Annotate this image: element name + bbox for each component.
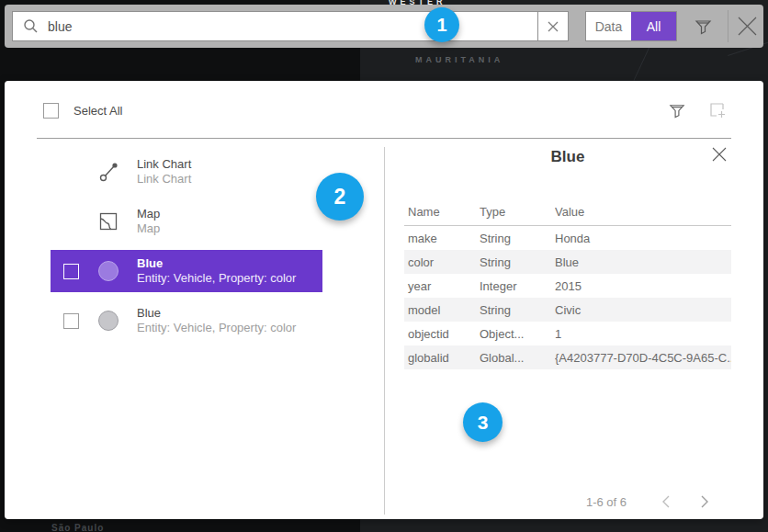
cell-type: Global... bbox=[480, 351, 555, 365]
data-all-toggle: Data All bbox=[585, 11, 677, 41]
cell-name: year bbox=[404, 279, 480, 293]
map-icon bbox=[98, 211, 137, 232]
search-input[interactable] bbox=[39, 12, 537, 40]
map-label-sao-paulo: São Paulo bbox=[51, 523, 104, 532]
funnel-icon bbox=[694, 17, 713, 36]
table-header-row: Name Type Value bbox=[404, 198, 731, 226]
cell-type: String bbox=[480, 232, 555, 245]
close-icon bbox=[711, 146, 729, 163]
results-panel: Select All Link Chart Link Chart bbox=[5, 81, 763, 519]
search-icon bbox=[23, 18, 39, 34]
close-small-icon bbox=[548, 21, 559, 32]
detail-close-button[interactable] bbox=[711, 146, 729, 164]
search-box[interactable] bbox=[12, 11, 538, 41]
callout-badge-2: 2 bbox=[316, 173, 364, 221]
column-header-value: Value bbox=[555, 205, 731, 219]
cell-value: {A4203777-D70D-4C5C-9A65-C... bbox=[555, 351, 731, 365]
close-search-button[interactable] bbox=[736, 15, 759, 38]
result-subtitle: Entity: Vehicle, Property: color bbox=[137, 321, 296, 335]
entity-circle-icon bbox=[98, 261, 119, 281]
panel-vertical-divider bbox=[384, 147, 385, 515]
map-label-mauritania: MAURITANIA bbox=[415, 55, 503, 64]
detail-panel: Blue Name Type Value make String Honda c… bbox=[404, 145, 731, 369]
funnel-icon bbox=[668, 101, 686, 119]
attributes-table: Name Type Value make String Honda color … bbox=[404, 198, 731, 369]
next-page-button[interactable] bbox=[693, 490, 717, 514]
table-row[interactable]: globalid Global... {A4203777-D70D-4C5C-9… bbox=[404, 345, 731, 369]
cell-value: Blue bbox=[555, 255, 731, 269]
select-all-checkbox[interactable] bbox=[43, 103, 59, 119]
result-subtitle: Link Chart bbox=[137, 172, 191, 187]
cell-name: make bbox=[404, 232, 480, 245]
cell-type: String bbox=[480, 255, 555, 269]
cell-value: Civic bbox=[555, 303, 731, 317]
prev-page-button[interactable] bbox=[654, 490, 678, 514]
result-subtitle: Entity: Vehicle, Property: color bbox=[137, 271, 296, 286]
table-row[interactable]: year Integer 2015 bbox=[404, 274, 731, 298]
cell-name: globalid bbox=[404, 351, 480, 365]
cell-name: color bbox=[404, 255, 480, 269]
select-all-control: Select All bbox=[43, 103, 122, 119]
chevron-left-icon bbox=[661, 495, 671, 508]
add-frame-icon bbox=[708, 101, 727, 120]
pagination: 1-6 of 6 bbox=[404, 490, 731, 514]
result-title: Blue bbox=[137, 306, 296, 321]
cell-value: 1 bbox=[555, 327, 731, 341]
chevron-right-icon bbox=[700, 495, 709, 508]
result-checkbox[interactable] bbox=[63, 264, 79, 279]
entity-circle-icon bbox=[98, 311, 119, 331]
list-item-link-chart[interactable]: Link Chart Link Chart bbox=[51, 151, 322, 193]
result-checkbox[interactable] bbox=[63, 313, 79, 329]
callout-badge-1: 1 bbox=[424, 7, 459, 42]
close-icon bbox=[736, 15, 759, 38]
header-divider bbox=[37, 138, 731, 139]
cell-type: Object... bbox=[480, 327, 555, 341]
filter-button[interactable] bbox=[694, 17, 713, 36]
result-subtitle: Map bbox=[137, 221, 160, 236]
cell-name: model bbox=[404, 303, 480, 317]
detail-title: Blue bbox=[404, 145, 731, 169]
cell-value: Honda bbox=[555, 232, 731, 245]
toolbar-divider bbox=[728, 10, 728, 42]
table-row[interactable]: objectid Object... 1 bbox=[404, 322, 731, 345]
pagination-label: 1-6 of 6 bbox=[586, 495, 627, 509]
list-item-blue-selected[interactable]: Blue Entity: Vehicle, Property: color bbox=[51, 250, 322, 292]
cell-name: objectid bbox=[404, 327, 480, 341]
add-result-button[interactable] bbox=[708, 101, 727, 119]
panel-filter-button[interactable] bbox=[668, 101, 686, 119]
list-item-map[interactable]: Map Map bbox=[51, 200, 322, 243]
toggle-option-all[interactable]: All bbox=[631, 12, 676, 40]
table-row[interactable]: color String Blue bbox=[404, 250, 731, 274]
result-title: Blue bbox=[137, 256, 296, 271]
table-row[interactable]: make String Honda bbox=[404, 226, 731, 250]
clear-search-button[interactable] bbox=[537, 11, 569, 41]
cell-type: String bbox=[480, 303, 555, 317]
select-all-label: Select All bbox=[73, 104, 122, 118]
table-row[interactable]: model String Civic bbox=[404, 298, 731, 322]
link-chart-icon bbox=[98, 161, 137, 183]
results-list: Link Chart Link Chart Map Map Blue Entit… bbox=[51, 151, 322, 349]
result-title: Map bbox=[137, 207, 160, 221]
result-title: Link Chart bbox=[137, 157, 191, 172]
search-toolbar: Data All bbox=[5, 5, 763, 48]
column-header-type: Type bbox=[480, 205, 555, 219]
cell-value: 2015 bbox=[555, 279, 731, 293]
cell-type: Integer bbox=[480, 279, 555, 293]
list-item-blue[interactable]: Blue Entity: Vehicle, Property: color bbox=[51, 300, 322, 342]
column-header-name: Name bbox=[404, 205, 480, 219]
toggle-option-data[interactable]: Data bbox=[586, 12, 631, 40]
callout-badge-3: 3 bbox=[463, 402, 503, 442]
